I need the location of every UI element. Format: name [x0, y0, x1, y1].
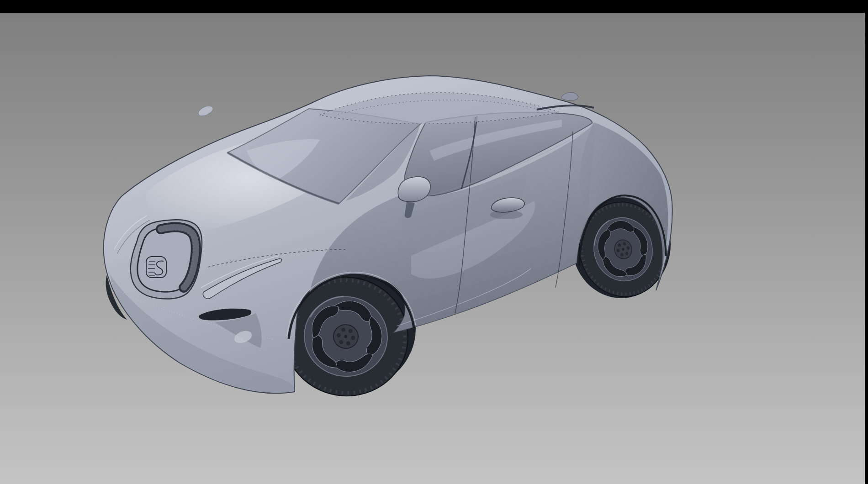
right-bar	[865, 0, 868, 484]
app-window	[0, 0, 868, 484]
top-bar	[0, 0, 868, 13]
seat-badge	[146, 257, 166, 278]
